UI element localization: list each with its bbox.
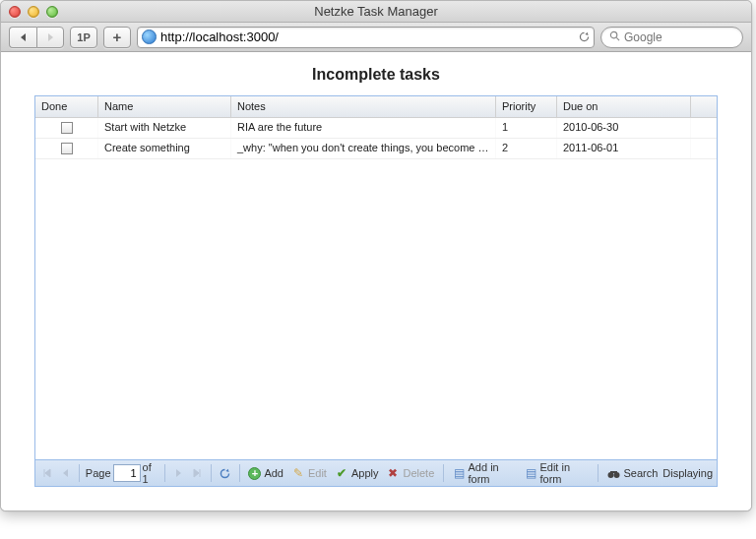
apply-icon: ✔ xyxy=(335,466,348,480)
add-bookmark-button[interactable]: + xyxy=(103,27,131,48)
browser-toolbar: 1P + xyxy=(1,23,751,52)
col-spacer xyxy=(691,96,717,117)
refresh-icon xyxy=(219,466,232,480)
prev-page-button[interactable] xyxy=(57,464,73,482)
bottom-toolbar: Page of 1 +Add ✎Edit ✔Apply ✖Delete ▤Add… xyxy=(35,459,717,486)
table-row[interactable]: Create something _why: "when you don't c… xyxy=(35,139,717,159)
separator xyxy=(239,464,240,482)
add-form-label: Add in form xyxy=(469,461,518,485)
svg-line-1 xyxy=(616,37,619,40)
separator xyxy=(443,464,444,482)
onepassword-label: 1P xyxy=(77,31,90,43)
separator xyxy=(164,464,165,482)
next-page-button[interactable] xyxy=(171,464,187,482)
add-button[interactable]: +Add xyxy=(245,463,286,483)
cell-notes[interactable]: RIA are the future xyxy=(231,118,496,138)
separator xyxy=(211,464,212,482)
page-label: Page xyxy=(86,467,111,479)
edit-form-label: Edit in form xyxy=(539,461,588,485)
reload-button[interactable] xyxy=(576,30,592,45)
col-notes[interactable]: Notes xyxy=(231,96,496,117)
edit-label: Edit xyxy=(308,467,327,479)
page-title: Incomplete tasks xyxy=(1,52,751,93)
svg-rect-4 xyxy=(610,471,617,473)
cell-spacer xyxy=(691,118,717,138)
nav-button-group xyxy=(9,27,64,48)
delete-button[interactable]: ✖Delete xyxy=(383,463,437,483)
apply-label: Apply xyxy=(351,467,379,479)
cell-due[interactable]: 2011-06-01 xyxy=(557,139,691,158)
col-priority[interactable]: Priority xyxy=(496,96,557,117)
separator xyxy=(598,464,598,482)
grid-body: Start with Netzke RIA are the future 1 2… xyxy=(35,118,717,459)
first-page-icon xyxy=(42,468,52,478)
search-icon xyxy=(609,30,620,44)
next-page-icon xyxy=(175,468,183,478)
window-title: Netzke Task Manager xyxy=(1,4,751,19)
checkbox-icon[interactable] xyxy=(61,143,73,154)
back-icon xyxy=(19,32,29,42)
edit-in-form-button[interactable]: ▤Edit in form xyxy=(522,463,591,483)
last-page-icon xyxy=(192,468,202,478)
search-bar[interactable] xyxy=(600,27,743,48)
search-input[interactable] xyxy=(624,30,752,44)
delete-label: Delete xyxy=(403,467,434,479)
traffic-lights xyxy=(1,6,58,18)
page-content: Incomplete tasks Done Name Notes Priorit… xyxy=(1,52,751,510)
search-label: Search xyxy=(623,467,658,479)
close-window-button[interactable] xyxy=(9,6,21,18)
form-edit-icon: ▤ xyxy=(525,466,536,480)
col-due[interactable]: Due on xyxy=(557,96,691,117)
grid-header: Done Name Notes Priority Due on xyxy=(35,96,717,118)
page-of-label: of 1 xyxy=(143,461,158,485)
delete-icon: ✖ xyxy=(386,466,400,480)
forward-icon xyxy=(45,32,55,42)
table-row[interactable]: Start with Netzke RIA are the future 1 2… xyxy=(35,118,717,139)
globe-icon xyxy=(142,30,157,44)
first-page-button[interactable] xyxy=(39,464,55,482)
prev-page-icon xyxy=(61,468,69,478)
edit-icon: ✎ xyxy=(291,466,305,480)
tasks-grid: Done Name Notes Priority Due on Start wi… xyxy=(34,95,718,487)
cell-name[interactable]: Start with Netzke xyxy=(98,118,231,138)
cell-name[interactable]: Create something xyxy=(98,139,231,158)
reload-icon xyxy=(578,30,591,43)
add-label: Add xyxy=(264,467,284,479)
separator xyxy=(79,464,80,482)
cell-done[interactable] xyxy=(35,139,98,158)
url-bar[interactable] xyxy=(137,27,595,48)
checkbox-icon[interactable] xyxy=(61,122,73,134)
cell-priority[interactable]: 1 xyxy=(496,118,557,138)
cell-done[interactable] xyxy=(35,118,98,138)
svg-point-0 xyxy=(610,31,616,37)
search-button[interactable]: Search xyxy=(603,463,661,483)
cell-notes[interactable]: _why: "when you don't create things, you… xyxy=(231,139,496,158)
back-button[interactable] xyxy=(9,27,36,48)
onepassword-button[interactable]: 1P xyxy=(70,27,97,48)
page-input[interactable] xyxy=(113,464,141,482)
add-icon: + xyxy=(248,467,261,480)
displaying-label: Displaying xyxy=(662,467,713,479)
cell-due[interactable]: 2010-06-30 xyxy=(557,118,691,138)
last-page-button[interactable] xyxy=(189,464,205,482)
refresh-button[interactable] xyxy=(218,464,233,482)
forward-button[interactable] xyxy=(36,27,64,48)
edit-button[interactable]: ✎Edit xyxy=(288,463,330,483)
cell-priority[interactable]: 2 xyxy=(496,139,557,158)
col-name[interactable]: Name xyxy=(98,96,231,117)
zoom-window-button[interactable] xyxy=(46,6,58,18)
col-done[interactable]: Done xyxy=(35,96,98,117)
minimize-window-button[interactable] xyxy=(28,6,39,18)
titlebar: Netzke Task Manager xyxy=(1,1,751,23)
url-input[interactable] xyxy=(160,30,572,44)
browser-window: Netzke Task Manager 1P + xyxy=(0,0,752,511)
cell-spacer xyxy=(691,139,717,158)
form-add-icon: ▤ xyxy=(453,466,465,480)
add-in-form-button[interactable]: ▤Add in form xyxy=(450,463,520,483)
apply-button[interactable]: ✔Apply xyxy=(332,463,382,483)
plus-icon: + xyxy=(113,29,122,45)
binoculars-icon xyxy=(606,466,620,480)
